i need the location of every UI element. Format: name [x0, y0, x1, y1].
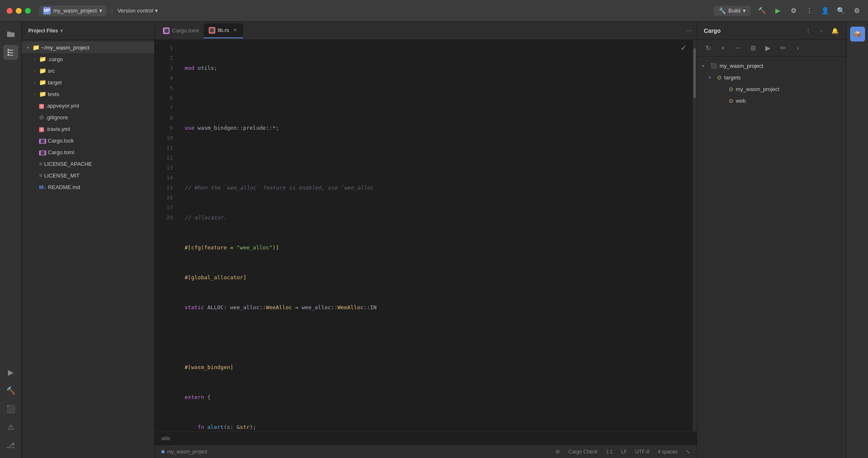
no-entry-icon: ⊘	[555, 448, 560, 455]
cargo-panel-icon[interactable]: 📦	[850, 27, 865, 42]
code-line: // When the `wee_alloc` feature is enabl…	[185, 183, 686, 193]
version-control-chevron-icon: ▾	[155, 7, 158, 14]
no-chevron	[32, 149, 37, 155]
line-ending-label[interactable]: LF	[621, 449, 627, 455]
list-item[interactable]: ⊘ .gitignore	[22, 111, 154, 123]
problems-icon[interactable]: ⚠	[3, 420, 18, 435]
tree-label: .travis.yml	[46, 126, 70, 132]
tree-label: Cargo.lock	[48, 138, 74, 144]
tab-label: lib.rs	[218, 27, 229, 33]
scrollbar[interactable]	[693, 40, 697, 431]
indent-label[interactable]: 4 spaces	[658, 449, 678, 455]
folder-chevron-icon: ›	[32, 91, 37, 97]
gear-icon[interactable]: ⚙	[852, 6, 861, 15]
folder-icon: 📁	[39, 67, 46, 74]
list-item[interactable]: M↓ README.md	[22, 181, 154, 193]
code-line: mod utils;	[185, 63, 686, 73]
tree-label: README.md	[48, 184, 80, 190]
cargo-title: Cargo	[704, 27, 720, 34]
cargo-panel: Cargo ⋮ − 🔔 ↻ + − ⊞ ▶ ✏ › ▾ ⬛ my_wasm_pr…	[697, 22, 846, 458]
tools-icon[interactable]: 🔨	[757, 6, 767, 15]
cargo-target-label: my_wasm_project	[736, 86, 779, 92]
cargo-web-label: web	[736, 98, 746, 104]
encoding-label[interactable]: UTF-8	[635, 449, 649, 455]
tree-label: src	[48, 68, 55, 74]
cargo-add-icon[interactable]: +	[717, 42, 729, 54]
list-item[interactable]: ⬛ Cargo.lock	[22, 135, 154, 146]
version-control-selector[interactable]: Version control ▾	[118, 7, 158, 14]
folder-icon[interactable]	[3, 27, 18, 42]
cargo-refresh-icon[interactable]: ↻	[702, 42, 714, 54]
tab-more-button[interactable]: ⋯	[685, 26, 693, 35]
list-item[interactable]: › 📁 .cargo	[22, 53, 154, 65]
sidebar-chevron-icon: ▾	[60, 28, 63, 34]
svg-rect-6	[9, 52, 13, 53]
cargo-grid-icon[interactable]: ⊞	[747, 42, 759, 54]
svg-point-2	[7, 49, 9, 51]
list-item[interactable]: ≡ LICENSE_MIT	[22, 170, 154, 181]
scrollbar-thumb[interactable]	[693, 48, 696, 98]
build-chevron-icon: ▾	[743, 7, 746, 14]
cargo-tree-project[interactable]: ▾ ⬛ my_wasm_project	[697, 60, 846, 71]
tree-root[interactable]: ▾ 📁 ~/my_wasm_project	[22, 42, 154, 53]
search-icon[interactable]: 🔍	[836, 6, 846, 15]
tab-lib-rs[interactable]: ⬛ lib.rs ✕	[204, 23, 243, 38]
cargo-check-label[interactable]: Cargo Check	[568, 449, 597, 455]
more-options-icon[interactable]: ⋮	[805, 6, 814, 15]
code-editor[interactable]: 1 2 3 4 5 6 7 8 9 10 11 12 13 14 15 16 1…	[155, 40, 697, 431]
status-project: my_wasm_project	[167, 449, 207, 455]
terminal-icon[interactable]: ⬛	[3, 401, 18, 416]
project-icon: MP	[43, 7, 51, 15]
cargo-notification-icon[interactable]: 🔔	[830, 26, 840, 36]
cargo-tree-targets[interactable]: ▾ ⊙ targets	[697, 71, 846, 83]
check-icon: ✓	[681, 43, 687, 52]
cargo-tools: ⋮ − 🔔	[803, 26, 840, 36]
cargo-tree-web-item[interactable]: ⊙ web	[697, 95, 846, 106]
titlebar-right: 🔧 Build ▾ 🔨 ▶ ⚙ ⋮ 👤 🔍 ⚙	[714, 6, 861, 16]
settings-run-icon[interactable]: ⚙	[789, 6, 798, 15]
close-button[interactable]	[7, 8, 12, 14]
cargo-expand-icon[interactable]: ›	[792, 42, 804, 54]
maximize-button[interactable]	[25, 8, 31, 14]
build-tool-icon[interactable]: 🔨	[3, 383, 18, 398]
run-icon[interactable]: ▶	[773, 6, 782, 15]
cargo-tree-target-item[interactable]: ⊙ my_wasm_project	[697, 83, 846, 95]
cargo-more-icon[interactable]: ⋮	[803, 26, 813, 36]
minimize-button[interactable]	[16, 8, 22, 14]
root-chevron-icon: ▾	[25, 44, 31, 50]
build-button[interactable]: 🔧 Build ▾	[714, 6, 751, 16]
no-chevron	[32, 114, 37, 120]
account-icon[interactable]: 👤	[821, 6, 830, 15]
list-item[interactable]: Y .travis.yml	[22, 123, 154, 135]
list-item[interactable]: › 📁 target	[22, 76, 154, 88]
root-label: ~/my_wasm_project	[41, 44, 89, 51]
list-item[interactable]: › 📁 tests	[22, 88, 154, 100]
cargo-edit-icon[interactable]: ✏	[777, 42, 789, 54]
tree-label: target	[48, 79, 62, 86]
project-tree-icon[interactable]	[3, 45, 18, 60]
root-folder-icon: 📁	[32, 44, 39, 51]
cargo-minimize-icon[interactable]: −	[816, 26, 826, 36]
status-left: my_wasm_project	[161, 449, 207, 455]
rs-tab-icon: ⬛	[209, 27, 215, 34]
cargo-remove-icon[interactable]: −	[732, 42, 744, 54]
list-item[interactable]: ⬛ Cargo.toml	[22, 146, 154, 158]
tab-cargo-toml[interactable]: ⬛ Cargo.toml	[158, 23, 204, 38]
no-chevron	[32, 138, 37, 143]
cargo-run-icon[interactable]: ▶	[762, 42, 774, 54]
list-item[interactable]: Y .appveyor.yml	[22, 100, 154, 111]
list-item[interactable]: › 📁 src	[22, 65, 154, 76]
tab-close-button[interactable]: ✕	[232, 27, 238, 34]
toml-file-icon: ⬛	[39, 149, 46, 155]
list-item[interactable]: ≡ LICENSE_APACHE	[22, 158, 154, 170]
git-icon[interactable]: ⎇	[3, 438, 18, 453]
svg-rect-5	[9, 50, 13, 51]
tree-label: .cargo	[48, 56, 63, 62]
project-selector[interactable]: MP my_wasm_project ▾	[39, 5, 106, 16]
code-content[interactable]: mod utils; use wasm_bindgen::prelude::*;…	[178, 40, 693, 431]
folder-icon: 📁	[39, 56, 46, 62]
cargo-project-label: my_wasm_project	[720, 63, 763, 69]
run-tool-icon[interactable]: ▶	[3, 365, 18, 380]
position-label[interactable]: 1:1	[606, 449, 613, 455]
no-chevron	[32, 103, 37, 108]
